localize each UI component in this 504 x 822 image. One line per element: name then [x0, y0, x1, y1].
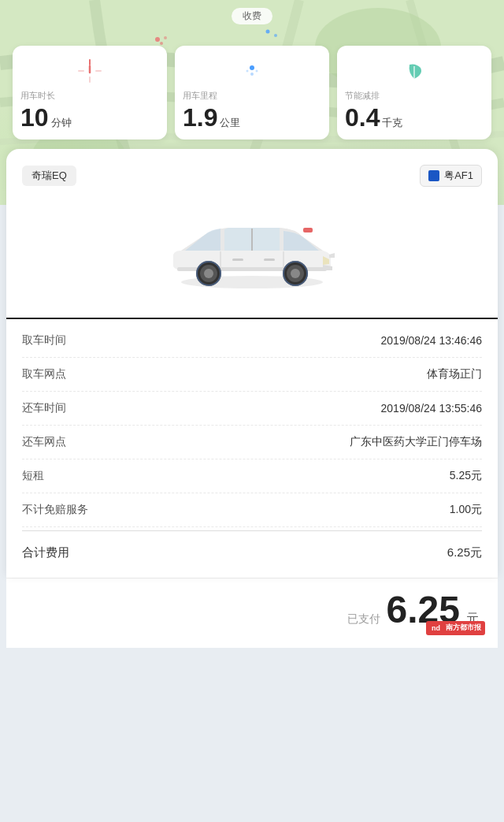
car-image-area: [22, 199, 482, 318]
duration-label: 用车时长: [20, 90, 159, 102]
svg-point-5: [266, 30, 270, 34]
emission-icon: [400, 57, 428, 85]
car-model-badge: 奇瑞EQ: [22, 166, 76, 186]
toll-badge: 收费: [232, 8, 272, 24]
pickup-time-value: 2019/08/24 13:46:46: [381, 334, 482, 347]
total-label: 合计费用: [22, 545, 69, 560]
emission-card: 节能减排 0.4 千克: [337, 46, 491, 139]
svg-rect-31: [303, 228, 313, 232]
svg-point-15: [256, 70, 258, 73]
detail-row-pickup-time: 取车时间 2019/08/24 13:46:46: [22, 324, 482, 358]
details-table: 取车时间 2019/08/24 13:46:46 取车网点 体育场正门 还车时间…: [22, 319, 482, 578]
paid-label: 已支付: [347, 612, 380, 627]
distance-value: 1.9: [183, 105, 217, 130]
distance-label: 用车里程: [183, 90, 321, 102]
car-image: [150, 207, 354, 302]
distance-value-row: 1.9 公里: [183, 105, 240, 130]
watermark: nd 南方都市报: [426, 621, 485, 635]
total-value: 6.25元: [447, 545, 482, 560]
return-time-value: 2019/08/24 13:55:46: [381, 402, 482, 415]
short-rent-label: 短租: [22, 469, 44, 483]
top-bar: 收费: [0, 0, 504, 13]
detail-row-insurance: 不计免赔服务 1.00元: [22, 493, 482, 527]
svg-point-25: [204, 269, 213, 278]
distance-card: 用车里程 1.9 公里: [175, 46, 329, 139]
car-header: 奇瑞EQ 粤AF1: [22, 165, 482, 187]
svg-rect-20: [232, 259, 243, 261]
main-card: 奇瑞EQ 粤AF1: [6, 149, 498, 578]
license-text: 粤AF1: [444, 169, 473, 183]
duration-card: 用车时长 10 分钟: [13, 46, 167, 139]
license-flag-icon: [428, 170, 439, 181]
total-row: 合计费用 6.25元: [22, 534, 482, 573]
license-badge: 粤AF1: [420, 165, 482, 187]
return-point-label: 还车网点: [22, 435, 66, 449]
pickup-point-label: 取车网点: [22, 367, 66, 381]
emission-icon-area: [345, 57, 484, 85]
stats-row: 用车时长 10 分钟 用车里程 1.9 公里: [0, 36, 504, 149]
emission-unit: 千克: [382, 116, 402, 130]
distance-unit: 公里: [220, 116, 240, 130]
subtotal-divider: [22, 530, 482, 531]
detail-row-return-point: 还车网点 广东中医药大学正门停车场: [22, 426, 482, 459]
emission-value-row: 0.4 千克: [345, 105, 402, 130]
detail-row-pickup-point: 取车网点 体育场正门: [22, 358, 482, 392]
return-point-value: 广东中医药大学正门停车场: [350, 435, 482, 449]
duration-icon: [76, 57, 104, 85]
duration-icon-area: [20, 57, 159, 85]
detail-row-short-rent: 短租 5.25元: [22, 459, 482, 493]
return-time-label: 还车时间: [22, 401, 66, 415]
emission-label: 节能减排: [345, 90, 484, 102]
payment-bar: 已支付 6.25 元 nd 南方都市报: [6, 578, 498, 648]
insurance-label: 不计免赔服务: [22, 503, 88, 517]
duration-value-row: 10 分钟: [20, 105, 72, 130]
duration-value: 10: [20, 105, 49, 130]
emission-value: 0.4: [345, 105, 380, 130]
svg-point-14: [246, 70, 249, 73]
insurance-value: 1.00元: [450, 503, 482, 517]
svg-rect-21: [264, 259, 275, 261]
detail-row-return-time: 还车时间 2019/08/24 13:55:46: [22, 392, 482, 426]
pickup-point-value: 体育场正门: [427, 367, 482, 381]
svg-point-12: [250, 65, 254, 70]
svg-point-28: [291, 269, 300, 278]
distance-icon-area: [183, 57, 321, 85]
duration-unit: 分钟: [51, 116, 72, 130]
short-rent-value: 5.25元: [450, 469, 482, 483]
distance-icon: [238, 57, 266, 85]
svg-point-13: [250, 73, 254, 76]
pickup-time-label: 取车时间: [22, 333, 66, 348]
